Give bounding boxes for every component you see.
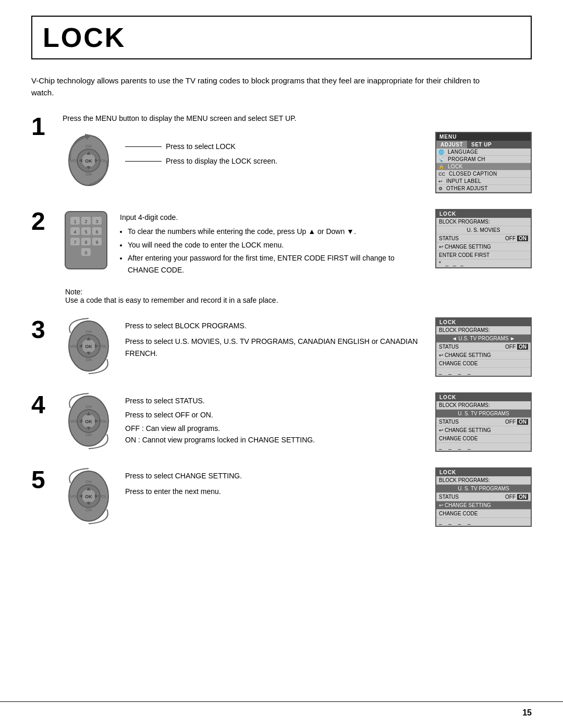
lock-tv-status-row: STATUS OFF ON xyxy=(436,343,531,351)
svg-text:OK: OK xyxy=(85,158,92,164)
menu-item-closed-caption: CC CLOSED CAPTION xyxy=(436,170,531,178)
svg-text:VOL: VOL xyxy=(70,344,79,349)
lock-enter-title: LOCK xyxy=(436,210,531,218)
lock-tv-change-code: CHANGE CODE xyxy=(436,360,531,368)
svg-text:CH: CH xyxy=(85,508,92,512)
svg-text:VOL: VOL xyxy=(70,158,79,163)
step-3-number: 3 xyxy=(31,317,63,342)
remote-icon-4: OK CH CH VOL VOL xyxy=(63,392,115,450)
step-1: 1 Press the MENU button to display the M… xyxy=(31,114,532,193)
lock-status-code-display: _ _ _ _ xyxy=(436,443,531,451)
svg-text:CH: CH xyxy=(85,329,92,334)
menu-item-language: 🌐 LANGUAGE xyxy=(436,149,531,156)
lock-tv-block-value: ◄ U.S. TV PROGRAMS ► xyxy=(436,335,531,343)
svg-text:CH: CH xyxy=(85,144,92,149)
lock-change-block-label: BLOCK PROGRAMS: xyxy=(436,476,531,485)
step-3-text: Press to select BLOCK PROGRAMS. Press to… xyxy=(125,317,425,359)
lock-tv-block-label: BLOCK PROGRAMS: xyxy=(436,326,531,335)
lock-status-change-setting: ↩ CHANGE SETTING xyxy=(436,426,531,435)
lock-change-change-setting: ↩ CHANGE SETTING xyxy=(436,501,531,510)
lock-change-code-display: _ _ _ _ xyxy=(436,518,531,526)
lock-tv-change-setting: ↩ CHANGE SETTING xyxy=(436,351,531,360)
menu-tab-adjust: ADJUST xyxy=(436,141,467,149)
lock-block-label: BLOCK PROGRAMS: xyxy=(436,218,531,226)
lock-status-block-label: BLOCK PROGRAMS: xyxy=(436,401,531,410)
svg-text:6: 6 xyxy=(95,229,98,235)
lock-enter-screen: LOCK BLOCK PROGRAMS: U. S. MOVIES STATUS… xyxy=(435,209,532,268)
lock-status-row: STATUS OFF ON xyxy=(436,235,531,243)
step-4-callout-2: Press to select OFF or ON. xyxy=(125,409,425,421)
lock-change-status-row: STATUS OFF ON xyxy=(436,493,531,501)
step-1-callout-1: Press to select LOCK xyxy=(166,142,236,151)
page-number: 15 xyxy=(522,708,532,718)
svg-text:3: 3 xyxy=(95,219,98,224)
step-4-text: Press to select STATUS. Press to select … xyxy=(125,392,425,446)
svg-text:VOL: VOL xyxy=(70,494,79,499)
svg-text:VOL: VOL xyxy=(99,419,107,424)
step-3-callout-2: Press to select U.S. MOVIES, U.S. TV PRO… xyxy=(125,336,425,359)
step-4-callout-1: Press to select STATUS. xyxy=(125,395,425,406)
lock-block-value: U. S. MOVIES xyxy=(436,226,531,235)
lock-code-display: * _ _ _ xyxy=(436,260,531,267)
svg-text:CH: CH xyxy=(85,479,92,484)
svg-text:1: 1 xyxy=(74,219,76,224)
svg-text:5: 5 xyxy=(84,229,87,235)
step-3-callout-1: Press to select BLOCK PROGRAMS. xyxy=(125,320,425,331)
lock-change-title: LOCK xyxy=(436,468,531,476)
step-1-instruction: Press the MENU button to display the MEN… xyxy=(63,114,532,122)
step-2-bullet-3: After entering your password for the fir… xyxy=(128,252,425,276)
menu-tabs: ADJUST SET UP xyxy=(436,141,531,149)
lock-change-change-code: CHANGE CODE xyxy=(436,510,531,518)
menu-screen: MENU ADJUST SET UP 🌐 LANGUAGE 📡 PROGRAM … xyxy=(435,132,532,193)
step-2-note: Note: Use a code that is easy to remembe… xyxy=(31,288,532,304)
lock-change-block-value: U. S. TV PROGRAMS xyxy=(436,485,531,493)
svg-text:OK: OK xyxy=(85,419,92,424)
step-2-bullet-1: To clear the numbers while entering the … xyxy=(128,226,425,237)
lock-tv-code-display: _ _ _ _ xyxy=(436,368,531,376)
lock-tv-programs-screen: LOCK BLOCK PROGRAMS: ◄ U.S. TV PROGRAMS … xyxy=(435,317,532,377)
menu-item-input-label: ↩ INPUT LABEL xyxy=(436,178,531,185)
step-5: 5 OK CH CH VOL VOL xyxy=(31,467,532,527)
lock-status-status-row: STATUS OFF ON xyxy=(436,418,531,426)
numpad-icon: 1 2 3 4 5 6 7 8 9 xyxy=(63,209,109,272)
step-1-number: 1 xyxy=(31,114,63,139)
svg-text:VOL: VOL xyxy=(99,344,107,349)
lock-change-screen: LOCK BLOCK PROGRAMS: U. S. TV PROGRAMS S… xyxy=(435,467,532,527)
lock-tv-title: LOCK xyxy=(436,318,531,326)
lock-status-screen: LOCK BLOCK PROGRAMS: U. S. TV PROGRAMS S… xyxy=(435,392,532,452)
svg-text:8: 8 xyxy=(84,240,87,245)
step-2: 2 1 2 3 4 5 6 xyxy=(31,209,532,277)
step-2-number: 2 xyxy=(31,209,63,234)
menu-item-other-adjust: ⚙ OTHER ADJUST xyxy=(436,185,531,192)
step-4: 4 OK CH CH VOL VOL xyxy=(31,392,532,452)
svg-text:2: 2 xyxy=(84,219,87,224)
step-2-text: Input 4-digit code. To clear the numbers… xyxy=(120,209,425,277)
lock-enter-code: ENTER CODE FIRST xyxy=(436,251,531,260)
svg-text:CH: CH xyxy=(85,404,92,409)
remote-icon-1: OK CH CH VOL VOL xyxy=(63,132,115,189)
step-1-callout-2: Press to display the LOCK screen. xyxy=(166,157,277,165)
svg-text:7: 7 xyxy=(74,240,76,245)
svg-text:4: 4 xyxy=(74,229,76,235)
step-2-bullet-2: You will need the code to enter the LOCK… xyxy=(128,239,425,251)
bottom-rule xyxy=(0,701,563,702)
step-5-callout-1: Press to select CHANGE SETTING. xyxy=(125,470,425,482)
step-5-text: Press to select CHANGE SETTING. Press to… xyxy=(125,467,425,498)
menu-item-program-ch: 📡 PROGRAM CH xyxy=(436,156,531,163)
menu-item-lock: 🔒 LOCK xyxy=(436,163,531,170)
svg-text:CH: CH xyxy=(85,357,92,362)
lock-status-block-value: U. S. TV PROGRAMS xyxy=(436,410,531,418)
step-5-callout-2: Press to enter the next menu. xyxy=(125,486,425,497)
svg-text:0: 0 xyxy=(84,250,87,255)
menu-tab-setup: SET UP xyxy=(467,141,496,149)
lock-change-setting-row-1: ↩ CHANGE SETTING xyxy=(436,243,531,251)
svg-text:CH: CH xyxy=(85,172,92,177)
svg-text:VOL: VOL xyxy=(99,494,107,499)
title-box: LOCK xyxy=(31,16,532,59)
lock-status-change-code: CHANGE CODE xyxy=(436,435,531,443)
step-2-instruction: Input 4-digit code. xyxy=(120,212,425,223)
page: LOCK V-Chip technology allows parents to… xyxy=(0,0,563,728)
svg-text:OK: OK xyxy=(85,494,92,499)
step-4-off-desc: OFF : Can view all programs. xyxy=(125,423,425,434)
remote-icon-5: OK CH CH VOL VOL xyxy=(63,467,115,525)
